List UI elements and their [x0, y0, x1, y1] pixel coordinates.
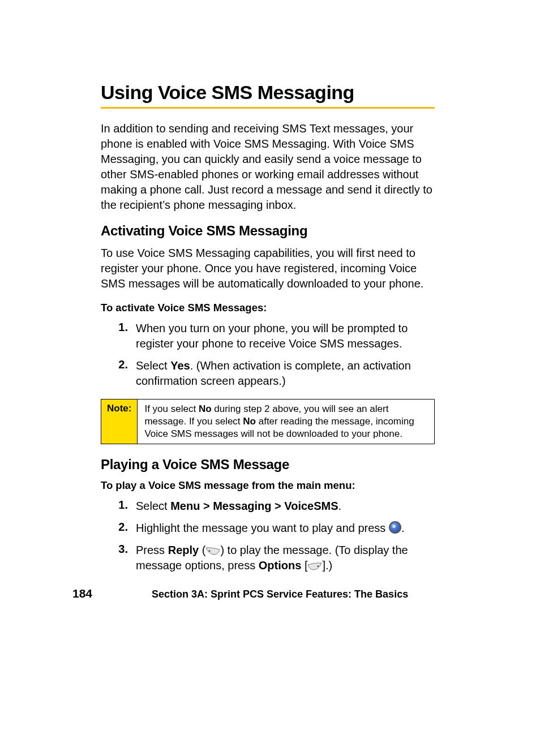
section-heading-activating: Activating Voice SMS Messaging: [101, 223, 435, 239]
list-item: 2. Select Yes. (When activation is compl…: [101, 358, 435, 389]
step-text-mid: (: [199, 544, 205, 556]
list-item: 3. Press Reply () to play the message. (…: [101, 543, 435, 573]
section-heading-playing: Playing a Voice SMS Message: [101, 457, 435, 472]
step-text: Press Reply () to play the message. (To …: [136, 543, 435, 573]
note-bold: No: [243, 416, 256, 427]
step-text-post: .: [338, 500, 342, 512]
ok-button-icon: [389, 521, 401, 534]
step-text-pre: Select: [136, 500, 170, 512]
section2-lead: To play a Voice SMS message from the mai…: [101, 479, 435, 492]
step-bold: Yes: [170, 359, 190, 372]
page-number: 184: [72, 587, 152, 600]
step-text-mid: [: [301, 559, 307, 572]
list-item: 2. Highlight the message you want to pla…: [101, 521, 435, 536]
step-number: 1.: [101, 499, 136, 512]
intro-paragraph: In addition to sending and receiving SMS…: [101, 121, 435, 213]
section2-steps: 1. Select Menu > Messaging > VoiceSMS. 2…: [101, 499, 435, 573]
list-item: 1. Select Menu > Messaging > VoiceSMS.: [101, 499, 435, 514]
note-bold: No: [199, 403, 212, 414]
svg-point-0: [209, 550, 211, 552]
step-text-pre: Highlight the message you want to play a…: [136, 522, 389, 534]
section1-lead: To activate Voice SMS Messages:: [101, 302, 435, 314]
note-body: If you select No during step 2 above, yo…: [138, 400, 434, 444]
list-item: 1. When you turn on your phone, you will…: [101, 321, 435, 351]
left-softkey-icon: [205, 547, 220, 555]
step-text-pre: Press: [136, 544, 168, 556]
step-number: 2.: [101, 358, 136, 371]
step-number: 1.: [101, 321, 136, 334]
step-text: Highlight the message you want to play a…: [136, 521, 435, 536]
step-bold-2: Options: [259, 559, 302, 572]
step-text: Select Menu > Messaging > VoiceSMS.: [136, 499, 435, 514]
section1-steps: 1. When you turn on your phone, you will…: [101, 321, 435, 389]
title-underline: [101, 107, 435, 109]
footer-text: Section 3A: Sprint PCS Service Features:…: [152, 589, 408, 600]
note-label: Note:: [101, 400, 138, 444]
section1-body: To use Voice SMS Messaging capabilities,…: [101, 246, 435, 291]
right-softkey-icon: [307, 562, 322, 570]
step-bold: Menu > Messaging > VoiceSMS: [170, 500, 338, 512]
step-number: 2.: [101, 521, 136, 534]
step-text-post: ].): [322, 559, 332, 572]
step-text: When you turn on your phone, you will be…: [136, 321, 435, 351]
page-content: Using Voice SMS Messaging In addition to…: [0, 0, 540, 634]
svg-point-1: [318, 565, 319, 567]
step-text-post: .: [401, 522, 405, 534]
step-text: Select Yes. (When activation is complete…: [136, 358, 435, 389]
step-number: 3.: [101, 543, 136, 556]
note-text: If you select: [144, 403, 198, 414]
page-footer: 184 Section 3A: Sprint PCS Service Featu…: [101, 587, 435, 600]
page-title: Using Voice SMS Messaging: [101, 81, 435, 104]
note-box: Note: If you select No during step 2 abo…: [101, 399, 435, 444]
step-bold: Reply: [168, 544, 199, 556]
step-text-pre: Select: [136, 359, 170, 372]
